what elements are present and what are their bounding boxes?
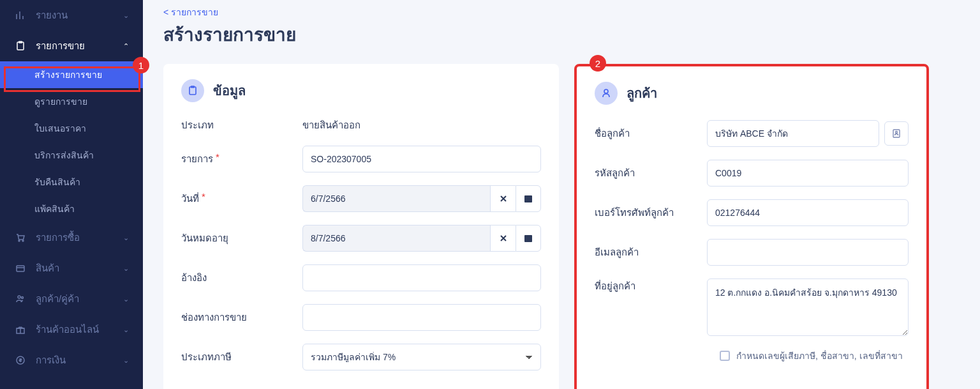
sidebar-label: รายการขาย — [36, 38, 85, 54]
cust-name-label: ชื่อลูกค้า — [595, 126, 707, 141]
tax-select[interactable]: รวมภาษีมูลค่าเพิ่ม 7% — [302, 344, 541, 370]
svg-point-12 — [604, 89, 608, 93]
sidebar-item-purchase[interactable]: รายการซื้อ ⌄ — [0, 222, 143, 253]
cust-code-label: รหัสลูกค้า — [595, 165, 707, 181]
sidebar-item-money[interactable]: การเงิน ⌄ — [0, 345, 143, 376]
tax-label: ประเภทภาษี — [181, 349, 302, 365]
sidebar-sub-view-sales[interactable]: ดูรายการขาย — [0, 88, 143, 115]
panel-title: ลูกค้า — [627, 83, 657, 103]
clipboard-icon — [14, 41, 27, 51]
customer-panel: ลูกค้า ชื่อลูกค้า รหัสลูกค้า เบอร์โทรศัพ… — [574, 64, 929, 389]
main-content: < รายการขาย สร้างรายการขาย ข้อมูล ประเภท… — [143, 0, 980, 389]
date-label: วันที่* — [181, 191, 302, 206]
item-input[interactable] — [302, 146, 541, 172]
sidebar-item-reports[interactable]: รายงาน ⌄ — [0, 0, 143, 31]
sidebar-label: รายการซื้อ — [36, 230, 80, 245]
svg-rect-0 — [17, 42, 24, 50]
chart-bar-icon — [14, 10, 27, 20]
package-icon — [14, 263, 27, 273]
sidebar-sub-packing[interactable]: แพ้คสินค้า — [0, 195, 143, 222]
sidebar-sub-shipping[interactable]: บริการส่งสินค้า — [0, 142, 143, 169]
tax-checkbox-label: กำหนดเลขผู้เสียภาษี, ชื่อสาขา, เลขที่สาข… — [736, 349, 903, 363]
svg-point-5 — [22, 297, 24, 299]
svg-rect-3 — [17, 266, 24, 271]
cust-phone-label: เบอร์โทรศัพท์ลูกค้า — [595, 205, 707, 220]
user-icon — [595, 82, 618, 105]
svg-point-1 — [19, 240, 20, 241]
calendar-button[interactable] — [516, 185, 541, 212]
svg-rect-8 — [189, 87, 196, 95]
svg-point-4 — [18, 296, 20, 298]
chevron-down-icon: ⌄ — [123, 264, 129, 273]
clipboard-icon — [181, 79, 204, 102]
chevron-down-icon: ⌄ — [123, 11, 129, 20]
cust-name-input[interactable] — [707, 120, 879, 147]
sidebar-item-products[interactable]: สินค้า ⌄ — [0, 253, 143, 284]
svg-point-14 — [896, 132, 898, 133]
channel-input[interactable] — [302, 304, 541, 331]
page-title: สร้างรายการขาย — [163, 20, 960, 49]
clear-date-button[interactable] — [490, 185, 516, 212]
sidebar-item-customers[interactable]: ลูกค้า/คู่ค้า ⌄ — [0, 284, 143, 314]
breadcrumb[interactable]: < รายการขาย — [163, 0, 960, 20]
expire-label: วันหมดอายุ — [181, 231, 302, 246]
annotation-badge-2: 2 — [590, 55, 606, 72]
chevron-down-icon: ⌄ — [123, 295, 129, 303]
ref-label: อ้างอิง — [181, 270, 302, 286]
sidebar-item-sales[interactable]: รายการขาย ⌃ — [0, 31, 143, 61]
cust-email-label: อีเมลลูกค้า — [595, 245, 707, 260]
type-value: ขายสินค้าออก — [302, 118, 541, 133]
item-label: รายการ* — [181, 151, 302, 167]
chevron-up-icon: ⌃ — [123, 42, 129, 50]
tax-checkbox[interactable] — [720, 351, 730, 361]
cust-email-input[interactable] — [707, 239, 909, 266]
ref-input[interactable] — [302, 264, 541, 291]
cust-address-label: ที่อยู่ลูกค้า — [595, 278, 707, 294]
sidebar-label: รายงาน — [36, 8, 68, 23]
annotation-highlight-1 — [4, 66, 140, 92]
date-input[interactable] — [302, 185, 490, 212]
clear-expire-button[interactable] — [490, 225, 516, 252]
sidebar-label: การเงิน — [36, 353, 66, 368]
cust-address-input[interactable] — [707, 278, 909, 336]
sidebar-label: ลูกค้า/คู่ค้า — [36, 291, 79, 307]
svg-rect-11 — [524, 235, 532, 242]
chevron-down-icon: ⌄ — [123, 326, 129, 334]
cust-phone-input[interactable] — [707, 199, 909, 226]
sidebar-sub-quotation[interactable]: ใบเสนอราคา — [0, 115, 143, 142]
cart-icon — [14, 233, 27, 243]
gift-icon — [14, 324, 27, 335]
panel-title: ข้อมูล — [213, 80, 246, 101]
expire-input[interactable] — [302, 225, 490, 252]
calendar-expire-button[interactable] — [516, 225, 541, 252]
cust-code-input[interactable] — [707, 160, 909, 187]
sidebar-item-online[interactable]: ร้านค้าออนไลน์ ⌄ — [0, 314, 143, 345]
sidebar-label: ร้านค้าออนไลน์ — [36, 322, 99, 337]
annotation-badge-1: 1 — [133, 57, 149, 73]
sidebar: รายงาน ⌄ รายการขาย ⌃ สร้างรายการขาย ดูรา… — [0, 0, 143, 389]
info-panel: ข้อมูล ประเภท ขายสินค้าออก รายการ* วันที… — [163, 64, 559, 389]
dollar-icon — [14, 355, 27, 365]
type-label: ประเภท — [181, 118, 302, 133]
users-icon — [14, 294, 27, 304]
sidebar-label: สินค้า — [36, 261, 59, 276]
addressbook-button[interactable] — [884, 121, 909, 146]
svg-point-2 — [22, 240, 24, 241]
chevron-down-icon: ⌄ — [123, 356, 129, 365]
chevron-down-icon: ⌄ — [123, 234, 129, 242]
sidebar-sub-returns[interactable]: รับคืนสินค้า — [0, 169, 143, 195]
channel-label: ช่องทางการขาย — [181, 310, 302, 325]
